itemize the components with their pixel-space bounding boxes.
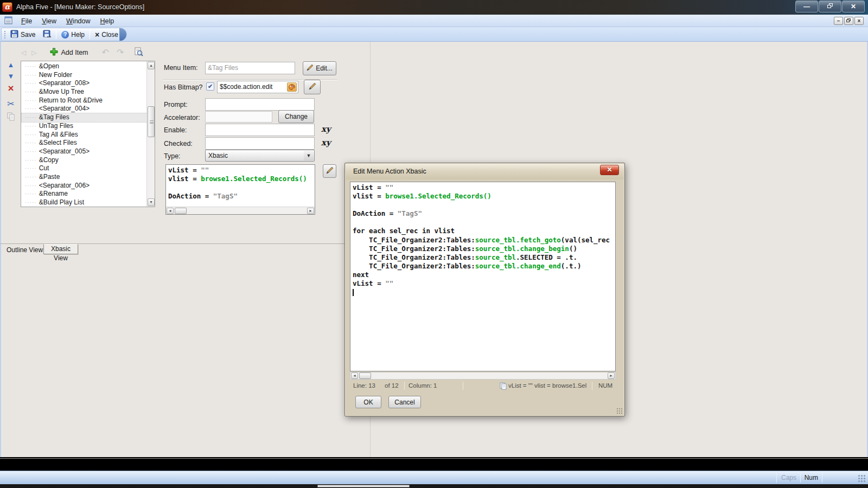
scroll-left-icon[interactable]: ◂ [351, 373, 358, 379]
tree-item[interactable]: ·····&Move Up Tree [22, 88, 147, 97]
tree-scrollbar-thumb[interactable] [148, 106, 155, 137]
menu-window[interactable]: Window [61, 16, 95, 27]
tree-scrollbar[interactable]: ▴ ▾ [146, 61, 155, 207]
type-label: Type: [164, 152, 181, 160]
checked-xy-badge[interactable]: xy [321, 138, 331, 147]
forward-icon[interactable]: ▷ [30, 49, 38, 56]
menu-view[interactable]: View [37, 16, 61, 27]
bitmap-field[interactable]: $$code.action.edit [217, 81, 298, 93]
minimize-button[interactable]: — [795, 1, 818, 12]
enable-field[interactable] [205, 124, 315, 136]
tree-item[interactable]: ·····&Rename [22, 190, 147, 198]
menu-help[interactable]: Help [95, 16, 119, 27]
tree-item[interactable]: ·····&Tag Files [22, 113, 147, 122]
back-icon[interactable]: ◁ [20, 49, 28, 56]
menu-maker-icon [17, 461, 25, 468]
close-window-button[interactable]: ✕ [842, 1, 865, 12]
mdi-restore-button[interactable] [844, 17, 853, 25]
tree-item[interactable]: ·····New Folder [22, 71, 147, 80]
scroll-up-icon[interactable]: ▴ [148, 62, 155, 69]
dialog-hscroll-thumb[interactable] [359, 373, 371, 379]
accelerator-field [205, 111, 272, 123]
scroll-right-icon[interactable]: ▸ [608, 373, 615, 379]
tree-toolbar: ◁ ▷ Add Item ↶ ↷ [20, 47, 143, 58]
close-button[interactable]: × Close [91, 29, 122, 40]
preview-hscrollbar[interactable]: ◂ ▸ [166, 207, 315, 214]
bottom-tabs: Control PanelTC_File_Organizer2Code Edit… [4, 458, 12, 471]
palette-icon[interactable] [287, 82, 297, 92]
menu-file[interactable]: File [16, 16, 37, 27]
tree-item[interactable]: ·····&Copy [22, 156, 147, 165]
preview-find-icon[interactable] [134, 47, 143, 58]
status-snippet: vList = "" vlist = browse1.Selected_Rec [508, 382, 586, 389]
move-down-icon[interactable]: ▼ [4, 72, 17, 80]
status-line: Line: 13 [353, 382, 375, 389]
redo-icon[interactable]: ↷ [114, 47, 126, 57]
add-item-label: Add Item [61, 49, 88, 56]
mdi-minimize-button[interactable]: – [834, 17, 843, 25]
tree-item[interactable]: ·····<Separator_008> [22, 79, 147, 88]
save-disk-icon [10, 30, 18, 40]
dialog-hscrollbar[interactable]: ◂ ▸ [350, 372, 616, 380]
dialog-code-editor[interactable]: vList = ""vlist = browse1.Selected_Recor… [350, 182, 616, 371]
copy-icon[interactable] [4, 112, 17, 123]
prompt-field[interactable] [205, 98, 315, 111]
toolbar-separator [90, 30, 90, 39]
tree-item[interactable]: ·····<Separator_004> [22, 105, 147, 113]
tree-item[interactable]: ·····&Select Files [22, 139, 147, 147]
has-bitmap-checkbox[interactable]: ✔ [206, 82, 214, 91]
tree-item[interactable]: ·····Tag All &Files [22, 131, 147, 139]
tab-xbasic-view[interactable]: Xbasic View [43, 244, 78, 254]
checked-field[interactable] [205, 137, 315, 150]
ok-button[interactable]: OK [355, 396, 381, 408]
cancel-button[interactable]: Cancel [388, 396, 421, 408]
move-up-icon[interactable]: ▲ [4, 61, 17, 69]
type-dropdown[interactable]: Xbasic ▼ [205, 150, 315, 162]
tree-item[interactable]: ·····<Separator_005> [22, 147, 147, 156]
tree-item[interactable]: ·····<Separator_006> [22, 182, 147, 190]
undo-icon[interactable]: ↶ [99, 47, 112, 57]
resize-grip[interactable] [857, 475, 866, 483]
add-item-button[interactable]: Add Item [50, 48, 88, 57]
scroll-left-icon[interactable]: ◂ [167, 208, 174, 214]
alpha-five-logo-icon: α [2, 2, 12, 12]
help-button[interactable]: ? Help [58, 30, 88, 40]
dialog-title: Edit Menu Action Xbasic [353, 168, 426, 175]
system-menu-icon[interactable] [4, 16, 13, 25]
tree-item[interactable]: ·····Cut [22, 164, 147, 173]
menu-item-field[interactable]: &Tag Files [205, 62, 295, 74]
change-button-label: Change [285, 113, 308, 120]
cut-scissors-icon[interactable]: ✂ [4, 99, 17, 109]
scroll-down-icon[interactable]: ▾ [148, 198, 155, 206]
scroll-right-icon[interactable]: ▸ [307, 208, 314, 214]
edit-menu-item-button[interactable]: Edit... [303, 61, 336, 75]
menu-item-label: Menu Item: [164, 64, 198, 72]
restore-button[interactable] [819, 1, 841, 12]
tab-outline-view[interactable]: Outline View [7, 246, 43, 254]
tree-item[interactable]: ·····UnTag Files [22, 122, 147, 131]
edit-bitmap-button[interactable] [304, 80, 321, 94]
enable-xy-badge[interactable]: xy [321, 124, 331, 134]
tree-item[interactable]: ·····&Build Play List [22, 198, 147, 207]
toolbar-group: Save ? Help × Close [1, 28, 127, 41]
save-button[interactable]: Save [7, 29, 39, 41]
edit-xbasic-button[interactable] [323, 164, 336, 178]
tree-item[interactable]: ·····Return to Root &Drive [22, 97, 147, 105]
window-title: Alpha Five - [Menu Maker: SourceOptions] [16, 3, 144, 11]
bottom-tab-label: Code Editor [25, 460, 59, 468]
delete-icon[interactable]: × [4, 84, 17, 93]
tree-item[interactable]: ·····&Open [22, 62, 147, 71]
preview-hscroll-thumb[interactable] [175, 208, 187, 214]
num-indicator: Num [805, 474, 818, 481]
bottom-tabs-divider [0, 458, 868, 459]
dialog-resize-grip[interactable] [616, 408, 623, 414]
window-controls: — ✕ [795, 1, 865, 12]
xbasic-preview-box[interactable]: vList = ""vlist = browse1.Selected_Recor… [165, 164, 315, 215]
change-accelerator-button[interactable]: Change [278, 110, 314, 123]
pencil-icon [309, 82, 316, 92]
dialog-close-button[interactable]: ✕ [600, 165, 619, 175]
save-as-button[interactable] [39, 29, 55, 41]
app-statusbar: Caps Num [0, 471, 868, 484]
tree-item[interactable]: ·····&Paste [22, 173, 147, 182]
mdi-close-button[interactable]: × [854, 17, 864, 25]
